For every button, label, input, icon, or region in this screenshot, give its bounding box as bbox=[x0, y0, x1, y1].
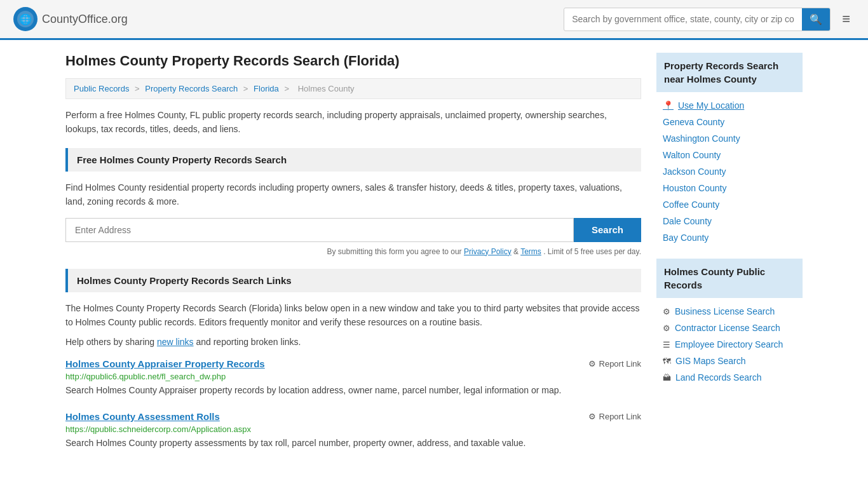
business-license-icon: ⚙ bbox=[663, 307, 670, 316]
record-link-desc-2: Search Holmes County property assessment… bbox=[65, 437, 641, 450]
gis-maps-icon: 🗺 bbox=[663, 356, 671, 366]
sidebar-item-business-license[interactable]: ⚙ Business License Search bbox=[656, 303, 803, 320]
free-search-header: Free Holmes County Property Records Sear… bbox=[65, 148, 641, 172]
record-link-desc-1: Search Holmes County Appraiser property … bbox=[65, 384, 641, 397]
hamburger-menu-button[interactable]: ≡ bbox=[837, 8, 855, 30]
record-link-item-2: Holmes County Assessment Rolls ⚙ Report … bbox=[65, 411, 641, 450]
sidebar-nearby-section: Property Records Search near Holmes Coun… bbox=[656, 53, 803, 246]
main-content: Holmes County Property Records Search (F… bbox=[65, 53, 641, 464]
report-icon-1: ⚙ bbox=[588, 359, 596, 369]
global-search-input[interactable] bbox=[564, 9, 802, 29]
record-link-item-1: Holmes County Appraiser Property Records… bbox=[65, 358, 641, 397]
global-search-bar: 🔍 bbox=[564, 8, 831, 31]
record-link-row-2: Holmes County Assessment Rolls ⚙ Report … bbox=[65, 411, 641, 422]
privacy-policy-link[interactable]: Privacy Policy bbox=[464, 247, 512, 256]
svg-text:🌐: 🌐 bbox=[19, 13, 32, 25]
site-header: 🌐 CountyOffice.org 🔍 ≡ bbox=[0, 0, 868, 40]
sidebar-item-coffee[interactable]: Coffee County bbox=[656, 196, 803, 213]
links-section: The Holmes County Property Records Searc… bbox=[65, 301, 641, 451]
record-link-row-1: Holmes County Appraiser Property Records… bbox=[65, 358, 641, 369]
address-search-button[interactable]: Search bbox=[574, 218, 641, 242]
employee-directory-icon: ☰ bbox=[663, 340, 670, 349]
links-section-header: Holmes County Property Records Search Li… bbox=[65, 269, 641, 292]
sidebar-item-bay[interactable]: Bay County bbox=[656, 229, 803, 246]
logo[interactable]: 🌐 CountyOffice.org bbox=[13, 6, 128, 32]
form-disclaimer: By submitting this form you agree to our… bbox=[65, 247, 641, 256]
record-link-title-2[interactable]: Holmes County Assessment Rolls bbox=[65, 411, 220, 422]
sidebar-item-jackson[interactable]: Jackson County bbox=[656, 163, 803, 180]
sidebar: Property Records Search near Holmes Coun… bbox=[656, 53, 803, 464]
disclaimer-text: By submitting this form you agree to our bbox=[327, 247, 462, 256]
breadcrumb-holmes-county: Holmes County bbox=[298, 84, 355, 93]
sidebar-nearby-header: Property Records Search near Holmes Coun… bbox=[656, 53, 803, 92]
report-icon-2: ⚙ bbox=[588, 412, 596, 421]
address-input[interactable] bbox=[65, 218, 574, 242]
share-links-text: Help others by sharing new links and rep… bbox=[65, 337, 641, 347]
sidebar-item-walton[interactable]: Walton County bbox=[656, 147, 803, 163]
sidebar-item-land-records[interactable]: 🏔 Land Records Search bbox=[656, 369, 803, 386]
report-link-2[interactable]: ⚙ Report Link bbox=[588, 412, 641, 421]
sidebar-item-employee-directory[interactable]: ☰ Employee Directory Search bbox=[656, 336, 803, 353]
breadcrumb-sep-1: > bbox=[135, 84, 142, 93]
contractor-license-icon: ⚙ bbox=[663, 323, 670, 333]
sidebar-item-contractor-license[interactable]: ⚙ Contractor License Search bbox=[656, 320, 803, 336]
logo-text: CountyOffice.org bbox=[42, 13, 128, 26]
breadcrumb: Public Records > Property Records Search… bbox=[65, 78, 641, 99]
logo-icon: 🌐 bbox=[13, 6, 38, 32]
breadcrumb-public-records[interactable]: Public Records bbox=[74, 84, 129, 93]
sidebar-item-dale[interactable]: Dale County bbox=[656, 213, 803, 229]
sidebar-item-gis-maps[interactable]: 🗺 GIS Maps Search bbox=[656, 353, 803, 369]
page-container: Holmes County Property Records Search (F… bbox=[53, 40, 815, 477]
sidebar-public-records-header: Holmes County Public Records bbox=[656, 259, 803, 298]
disclaimer-amp: & bbox=[513, 247, 520, 256]
address-search-form: Search bbox=[65, 218, 641, 242]
sidebar-public-records-section: Holmes County Public Records ⚙ Business … bbox=[656, 259, 803, 386]
location-pin-icon: 📍 bbox=[663, 100, 674, 111]
disclaimer-suffix: . Limit of 5 free uses per day. bbox=[543, 247, 641, 256]
sidebar-item-washington[interactable]: Washington County bbox=[656, 130, 803, 147]
breadcrumb-sep-2: > bbox=[243, 84, 250, 93]
sidebar-item-houston[interactable]: Houston County bbox=[656, 180, 803, 196]
use-my-location[interactable]: 📍 Use My Location bbox=[656, 97, 803, 114]
land-records-icon: 🏔 bbox=[663, 373, 671, 383]
record-link-url-2: https://qpublic.schneidercorp.com/Applic… bbox=[65, 424, 641, 434]
breadcrumb-florida[interactable]: Florida bbox=[254, 84, 279, 93]
global-search-button[interactable]: 🔍 bbox=[802, 8, 830, 30]
page-title: Holmes County Property Records Search (F… bbox=[65, 53, 641, 69]
record-link-title-1[interactable]: Holmes County Appraiser Property Records bbox=[65, 358, 265, 369]
record-link-url-1: http://qpublic6.qpublic.net/fl_search_dw… bbox=[65, 372, 641, 381]
links-desc: The Holmes County Property Records Searc… bbox=[65, 301, 641, 330]
header-right: 🔍 ≡ bbox=[564, 8, 855, 31]
page-description: Perform a free Holmes County, FL public … bbox=[65, 108, 641, 137]
terms-link[interactable]: Terms bbox=[520, 247, 541, 256]
sidebar-item-geneva[interactable]: Geneva County bbox=[656, 114, 803, 130]
breadcrumb-sep-3: > bbox=[284, 84, 291, 93]
free-search-desc: Find Holmes County residential property … bbox=[65, 180, 641, 209]
breadcrumb-property-records-search[interactable]: Property Records Search bbox=[145, 84, 238, 93]
report-link-1[interactable]: ⚙ Report Link bbox=[588, 359, 641, 369]
new-links-link[interactable]: new links bbox=[157, 337, 194, 347]
